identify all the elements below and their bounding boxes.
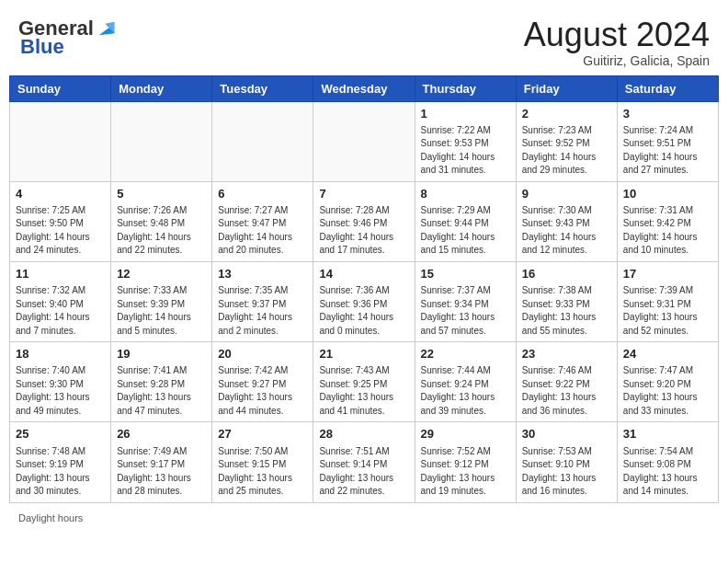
day-cell: 21Sunrise: 7:43 AM Sunset: 9:25 PM Dayli… xyxy=(313,342,415,422)
logo-icon xyxy=(96,18,116,39)
day-info: Sunrise: 7:36 AM Sunset: 9:36 PM Dayligh… xyxy=(319,284,408,338)
day-cell: 15Sunrise: 7:37 AM Sunset: 9:34 PM Dayli… xyxy=(415,261,516,341)
day-info: Sunrise: 7:51 AM Sunset: 9:14 PM Dayligh… xyxy=(319,445,408,499)
day-info: Sunrise: 7:27 AM Sunset: 9:47 PM Dayligh… xyxy=(218,204,307,258)
day-info: Sunrise: 7:23 AM Sunset: 9:52 PM Dayligh… xyxy=(522,124,611,178)
col-header-monday: Monday xyxy=(111,75,212,101)
col-header-wednesday: Wednesday xyxy=(313,75,415,101)
day-info: Sunrise: 7:52 AM Sunset: 9:12 PM Dayligh… xyxy=(421,445,510,499)
location: Guitiriz, Galicia, Spain xyxy=(524,53,710,68)
day-info: Sunrise: 7:35 AM Sunset: 9:37 PM Dayligh… xyxy=(218,284,307,338)
week-row-4: 18Sunrise: 7:40 AM Sunset: 9:30 PM Dayli… xyxy=(10,342,719,422)
day-info: Sunrise: 7:33 AM Sunset: 9:39 PM Dayligh… xyxy=(117,284,206,338)
day-number: 16 xyxy=(522,266,611,282)
day-info: Sunrise: 7:50 AM Sunset: 9:15 PM Dayligh… xyxy=(218,445,307,499)
day-number: 13 xyxy=(218,266,307,282)
day-cell: 27Sunrise: 7:50 AM Sunset: 9:15 PM Dayli… xyxy=(212,422,313,502)
daylight-label: Daylight hours xyxy=(18,512,83,523)
day-cell: 17Sunrise: 7:39 AM Sunset: 9:31 PM Dayli… xyxy=(617,261,718,341)
day-cell xyxy=(111,101,212,181)
day-number: 30 xyxy=(522,426,611,442)
day-cell: 16Sunrise: 7:38 AM Sunset: 9:33 PM Dayli… xyxy=(516,261,617,341)
day-cell: 18Sunrise: 7:40 AM Sunset: 9:30 PM Dayli… xyxy=(10,342,111,422)
logo: General Blue xyxy=(18,17,116,59)
day-cell: 24Sunrise: 7:47 AM Sunset: 9:20 PM Dayli… xyxy=(617,342,718,422)
day-info: Sunrise: 7:38 AM Sunset: 9:33 PM Dayligh… xyxy=(522,284,611,338)
day-info: Sunrise: 7:49 AM Sunset: 9:17 PM Dayligh… xyxy=(117,445,206,499)
day-number: 9 xyxy=(522,186,611,202)
day-cell: 26Sunrise: 7:49 AM Sunset: 9:17 PM Dayli… xyxy=(111,422,212,502)
day-cell: 9Sunrise: 7:30 AM Sunset: 9:43 PM Daylig… xyxy=(516,181,617,261)
day-info: Sunrise: 7:26 AM Sunset: 9:48 PM Dayligh… xyxy=(117,204,206,258)
day-cell: 28Sunrise: 7:51 AM Sunset: 9:14 PM Dayli… xyxy=(313,422,415,502)
day-cell: 10Sunrise: 7:31 AM Sunset: 9:42 PM Dayli… xyxy=(617,181,718,261)
day-info: Sunrise: 7:42 AM Sunset: 9:27 PM Dayligh… xyxy=(218,364,307,418)
header: General Blue August 2024 Guitiriz, Galic… xyxy=(9,9,719,74)
day-number: 22 xyxy=(421,346,510,362)
day-cell: 1Sunrise: 7:22 AM Sunset: 9:53 PM Daylig… xyxy=(415,101,516,181)
title-area: August 2024 Guitiriz, Galicia, Spain xyxy=(524,17,710,68)
day-number: 18 xyxy=(16,346,105,362)
month-title: August 2024 xyxy=(524,17,710,53)
day-info: Sunrise: 7:44 AM Sunset: 9:24 PM Dayligh… xyxy=(421,364,510,418)
day-cell: 5Sunrise: 7:26 AM Sunset: 9:48 PM Daylig… xyxy=(111,181,212,261)
day-info: Sunrise: 7:30 AM Sunset: 9:43 PM Dayligh… xyxy=(522,204,611,258)
week-row-2: 4Sunrise: 7:25 AM Sunset: 9:50 PM Daylig… xyxy=(10,181,719,261)
day-info: Sunrise: 7:32 AM Sunset: 9:40 PM Dayligh… xyxy=(16,284,105,338)
day-cell: 12Sunrise: 7:33 AM Sunset: 9:39 PM Dayli… xyxy=(111,261,212,341)
day-number: 1 xyxy=(421,106,510,122)
day-number: 21 xyxy=(319,346,408,362)
day-info: Sunrise: 7:40 AM Sunset: 9:30 PM Dayligh… xyxy=(16,364,105,418)
day-info: Sunrise: 7:25 AM Sunset: 9:50 PM Dayligh… xyxy=(16,204,105,258)
day-cell: 20Sunrise: 7:42 AM Sunset: 9:27 PM Dayli… xyxy=(212,342,313,422)
day-cell: 23Sunrise: 7:46 AM Sunset: 9:22 PM Dayli… xyxy=(516,342,617,422)
day-cell: 2Sunrise: 7:23 AM Sunset: 9:52 PM Daylig… xyxy=(516,101,617,181)
day-number: 14 xyxy=(319,266,408,282)
day-number: 3 xyxy=(623,106,712,122)
day-cell: 11Sunrise: 7:32 AM Sunset: 9:40 PM Dayli… xyxy=(10,261,111,341)
day-number: 24 xyxy=(623,346,712,362)
day-cell xyxy=(212,101,313,181)
day-number: 15 xyxy=(421,266,510,282)
day-number: 2 xyxy=(522,106,611,122)
day-cell: 29Sunrise: 7:52 AM Sunset: 9:12 PM Dayli… xyxy=(415,422,516,502)
day-number: 19 xyxy=(117,346,206,362)
col-header-sunday: Sunday xyxy=(10,75,111,101)
day-number: 5 xyxy=(117,186,206,202)
day-number: 8 xyxy=(421,186,510,202)
day-info: Sunrise: 7:47 AM Sunset: 9:20 PM Dayligh… xyxy=(623,364,712,418)
day-number: 20 xyxy=(218,346,307,362)
col-header-thursday: Thursday xyxy=(415,75,516,101)
day-cell: 6Sunrise: 7:27 AM Sunset: 9:47 PM Daylig… xyxy=(212,181,313,261)
week-row-1: 1Sunrise: 7:22 AM Sunset: 9:53 PM Daylig… xyxy=(10,101,719,181)
day-number: 29 xyxy=(421,426,510,442)
day-cell: 7Sunrise: 7:28 AM Sunset: 9:46 PM Daylig… xyxy=(313,181,415,261)
day-number: 25 xyxy=(16,426,105,442)
day-info: Sunrise: 7:31 AM Sunset: 9:42 PM Dayligh… xyxy=(623,204,712,258)
footer-note: Daylight hours xyxy=(9,509,719,527)
day-number: 28 xyxy=(319,426,408,442)
day-number: 4 xyxy=(16,186,105,202)
week-row-3: 11Sunrise: 7:32 AM Sunset: 9:40 PM Dayli… xyxy=(10,261,719,341)
day-info: Sunrise: 7:43 AM Sunset: 9:25 PM Dayligh… xyxy=(319,364,408,418)
day-number: 6 xyxy=(218,186,307,202)
day-info: Sunrise: 7:28 AM Sunset: 9:46 PM Dayligh… xyxy=(319,204,408,258)
logo-blue: Blue xyxy=(20,35,64,59)
day-info: Sunrise: 7:46 AM Sunset: 9:22 PM Dayligh… xyxy=(522,364,611,418)
day-number: 7 xyxy=(319,186,408,202)
day-cell: 25Sunrise: 7:48 AM Sunset: 9:19 PM Dayli… xyxy=(10,422,111,502)
week-row-5: 25Sunrise: 7:48 AM Sunset: 9:19 PM Dayli… xyxy=(10,422,719,502)
day-number: 10 xyxy=(623,186,712,202)
day-cell: 31Sunrise: 7:54 AM Sunset: 9:08 PM Dayli… xyxy=(617,422,718,502)
day-cell: 19Sunrise: 7:41 AM Sunset: 9:28 PM Dayli… xyxy=(111,342,212,422)
calendar-header-row: SundayMondayTuesdayWednesdayThursdayFrid… xyxy=(10,75,719,101)
day-info: Sunrise: 7:53 AM Sunset: 9:10 PM Dayligh… xyxy=(522,445,611,499)
day-number: 17 xyxy=(623,266,712,282)
day-info: Sunrise: 7:29 AM Sunset: 9:44 PM Dayligh… xyxy=(421,204,510,258)
day-number: 23 xyxy=(522,346,611,362)
day-cell: 22Sunrise: 7:44 AM Sunset: 9:24 PM Dayli… xyxy=(415,342,516,422)
day-cell: 30Sunrise: 7:53 AM Sunset: 9:10 PM Dayli… xyxy=(516,422,617,502)
col-header-tuesday: Tuesday xyxy=(212,75,313,101)
day-number: 26 xyxy=(117,426,206,442)
day-info: Sunrise: 7:37 AM Sunset: 9:34 PM Dayligh… xyxy=(421,284,510,338)
